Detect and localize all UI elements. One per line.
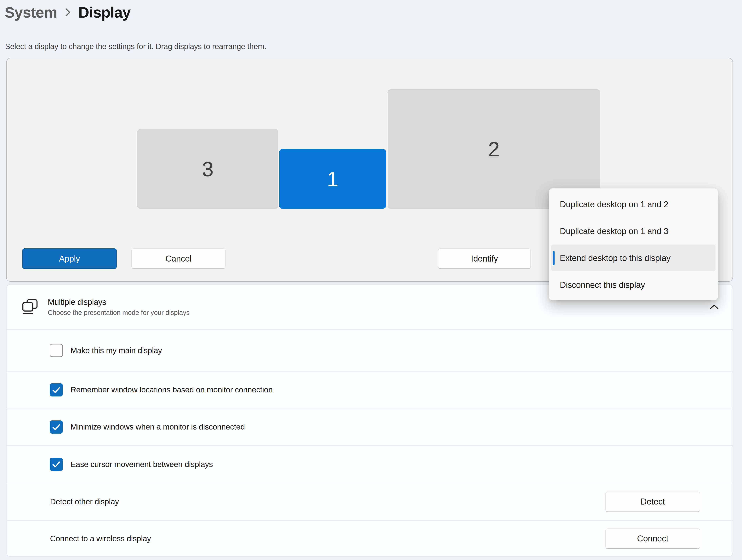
breadcrumb: System Display [5, 2, 130, 23]
ease-cursor-checkbox[interactable] [50, 458, 63, 471]
menu-item-extend-desktop[interactable]: Extend desktop to this display [551, 245, 716, 271]
connect-button[interactable]: Connect [605, 528, 700, 549]
chevron-up-icon [710, 304, 719, 310]
breadcrumb-chevron-icon [65, 7, 71, 17]
display-mode-menu: Duplicate desktop on 1 and 2 Duplicate d… [549, 188, 718, 300]
menu-item-disconnect-display[interactable]: Disconnect this display [551, 271, 716, 298]
checkmark-icon [52, 422, 61, 431]
menu-item-duplicate-1-3[interactable]: Duplicate desktop on 1 and 3 [551, 218, 716, 245]
menu-item-label: Disconnect this display [560, 280, 645, 290]
minimize-windows-label: Minimize windows when a monitor is disco… [70, 422, 245, 431]
display-settings-page: System Display Select a display to chang… [0, 0, 742, 560]
menu-item-label: Extend desktop to this display [560, 253, 671, 263]
multiple-displays-title: Multiple displays [48, 298, 190, 307]
multiple-displays-icon [21, 299, 39, 315]
menu-item-label: Duplicate desktop on 1 and 2 [560, 200, 669, 209]
checkmark-icon [52, 460, 61, 469]
main-display-label: Make this my main display [70, 346, 162, 355]
apply-button[interactable]: Apply [22, 248, 117, 269]
main-display-checkbox[interactable] [50, 344, 63, 357]
detect-button[interactable]: Detect [605, 492, 700, 512]
setting-row-remember-locations: Remember window locations based on monit… [7, 371, 733, 408]
multiple-displays-titles: Multiple displays Choose the presentatio… [48, 298, 190, 316]
breadcrumb-system-link[interactable]: System [5, 4, 57, 21]
setting-row-main-display: Make this my main display [7, 329, 733, 371]
menu-item-label: Duplicate desktop on 1 and 3 [560, 226, 669, 236]
ease-cursor-label: Ease cursor movement between displays [70, 460, 213, 469]
detect-other-display-label: Detect other display [50, 497, 119, 506]
page-subtitle: Select a display to change the settings … [5, 42, 266, 51]
collapse-section-button[interactable] [705, 298, 723, 316]
remember-locations-label: Remember window locations based on monit… [70, 385, 273, 394]
multiple-displays-card: Multiple displays Choose the presentatio… [6, 284, 733, 557]
identify-button[interactable]: Identify [438, 248, 531, 269]
monitor-3[interactable]: 3 [137, 129, 278, 209]
setting-row-ease-cursor: Ease cursor movement between displays [7, 445, 733, 483]
menu-item-duplicate-1-2[interactable]: Duplicate desktop on 1 and 2 [551, 191, 716, 218]
setting-row-minimize-windows: Minimize windows when a monitor is disco… [7, 408, 733, 445]
minimize-windows-checkbox[interactable] [50, 420, 63, 434]
monitor-1[interactable]: 1 [279, 149, 386, 209]
wireless-display-label: Connect to a wireless display [50, 534, 151, 543]
page-title: Display [78, 4, 130, 21]
setting-row-detect-display: Detect other display Detect [7, 483, 733, 520]
setting-row-wireless-display: Connect to a wireless display Connect [7, 520, 733, 557]
multiple-displays-subtitle: Choose the presentation mode for your di… [48, 309, 190, 316]
checkmark-icon [52, 386, 61, 394]
selected-accent-bar [553, 251, 554, 265]
cancel-button[interactable]: Cancel [131, 248, 225, 269]
remember-locations-checkbox[interactable] [50, 383, 63, 397]
